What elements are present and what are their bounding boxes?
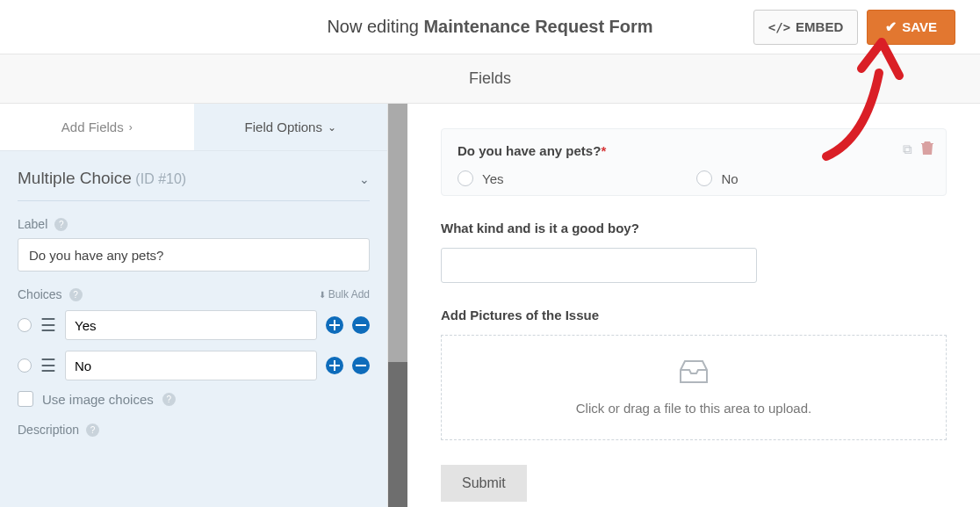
minus-icon: [356, 360, 366, 371]
label-heading: Label ?: [18, 217, 370, 231]
field-id: (ID #10): [135, 171, 186, 186]
field-type-name: Multiple Choice: [18, 169, 132, 187]
svg-rect-0: [356, 324, 366, 326]
help-icon[interactable]: ?: [162, 393, 176, 406]
field-type-header[interactable]: Multiple Choice (ID #10) ⌄: [18, 169, 370, 201]
radio-icon: [458, 170, 473, 186]
minus-icon: [356, 320, 366, 330]
field-label: Add Pictures of the Issue: [441, 308, 947, 322]
duplicate-icon[interactable]: ⧉: [903, 141, 912, 158]
label-heading-text: Label: [18, 217, 47, 231]
choices-heading: Choices ?: [18, 287, 83, 301]
field-pictures[interactable]: Add Pictures of the Issue Click or drag …: [441, 308, 947, 440]
radio-option[interactable]: No: [696, 170, 738, 186]
choice-input[interactable]: [65, 351, 317, 380]
label-input[interactable]: [18, 238, 370, 272]
scrollbar-thumb[interactable]: [388, 104, 407, 362]
plus-icon: [329, 320, 340, 330]
embed-button-label: EMBED: [796, 19, 843, 34]
field-options-panel: Multiple Choice (ID #10) ⌄ Label ? Choic…: [0, 151, 387, 507]
text-input[interactable]: [441, 248, 757, 283]
radio-options: Yes No: [458, 170, 930, 186]
add-choice-button[interactable]: [326, 316, 343, 334]
help-icon[interactable]: ?: [54, 218, 68, 231]
field-kind[interactable]: What kind and is it a good boy?: [441, 221, 947, 283]
field-label: What kind and is it a good boy?: [441, 221, 947, 235]
field-label-text: Do you have any pets?: [458, 143, 601, 158]
upload-hint: Click or drag a file to this area to upl…: [576, 401, 811, 416]
use-image-choices-row[interactable]: Use image choices ?: [18, 391, 370, 407]
bulk-add-link[interactable]: Bulk Add: [319, 288, 370, 301]
now-editing-prefix: Now editing: [327, 17, 423, 36]
sidebar: Add Fields › Field Options ⌄ Multiple Ch…: [0, 104, 388, 507]
field-pets[interactable]: ⧉ Do you have any pets?* Yes No: [441, 128, 947, 196]
save-button-label: SAVE: [902, 19, 937, 34]
help-icon[interactable]: ?: [86, 424, 99, 437]
fields-section-header: Fields: [0, 54, 980, 104]
field-label: Do you have any pets?*: [458, 143, 930, 158]
default-radio-icon[interactable]: [18, 359, 32, 373]
drag-handle-icon[interactable]: ☰: [40, 357, 56, 374]
fields-header-label: Fields: [469, 69, 511, 88]
radio-option-label: Yes: [482, 171, 503, 186]
radio-option[interactable]: Yes: [458, 170, 503, 186]
plus-icon: [329, 360, 340, 371]
main-area: Add Fields › Field Options ⌄ Multiple Ch…: [0, 104, 980, 507]
remove-choice-button[interactable]: [352, 357, 370, 374]
tab-field-options[interactable]: Field Options ⌄: [194, 104, 388, 150]
code-icon: </>: [768, 20, 790, 34]
submit-button[interactable]: Submit: [441, 465, 527, 502]
use-image-choices-label: Use image choices: [42, 392, 154, 407]
form-preview: ⧉ Do you have any pets?* Yes No W: [407, 104, 980, 507]
field-actions: ⧉: [903, 141, 933, 158]
radio-option-label: No: [721, 171, 738, 186]
radio-icon: [696, 170, 712, 186]
trash-icon[interactable]: [921, 141, 933, 158]
tab-add-fields[interactable]: Add Fields ›: [0, 104, 194, 150]
default-radio-icon[interactable]: [18, 318, 32, 332]
drag-handle-icon[interactable]: ☰: [40, 316, 56, 334]
choice-item: ☰: [18, 351, 370, 380]
choice-item: ☰: [18, 310, 370, 340]
tab-field-options-label: Field Options: [245, 120, 322, 134]
embed-button[interactable]: </> EMBED: [753, 10, 858, 45]
chevron-right-icon: ›: [129, 121, 133, 134]
inbox-icon: [678, 359, 710, 388]
required-asterisk: *: [601, 143, 606, 158]
scrollbar[interactable]: [388, 104, 407, 507]
form-name: Maintenance Request Form: [423, 17, 652, 36]
choices-heading-text: Choices: [18, 287, 62, 301]
collapse-caret-icon[interactable]: ⌄: [359, 172, 370, 186]
chevron-down-icon: ⌄: [328, 121, 336, 134]
description-heading-text: Description: [18, 423, 79, 437]
check-icon: ✔: [885, 18, 897, 35]
remove-choice-button[interactable]: [352, 316, 370, 334]
tab-add-fields-label: Add Fields: [61, 120, 124, 134]
save-button[interactable]: ✔ SAVE: [867, 10, 955, 45]
add-choice-button[interactable]: [326, 357, 343, 374]
svg-rect-1: [356, 365, 366, 366]
help-icon[interactable]: ?: [69, 288, 83, 301]
checkbox-icon[interactable]: [18, 391, 33, 407]
sidebar-tabs: Add Fields › Field Options ⌄: [0, 104, 387, 151]
choice-input[interactable]: [65, 310, 317, 340]
top-bar: Now editing Maintenance Request Form </>…: [0, 0, 980, 54]
file-upload-area[interactable]: Click or drag a file to this area to upl…: [441, 335, 947, 440]
description-heading: Description ?: [18, 423, 370, 437]
